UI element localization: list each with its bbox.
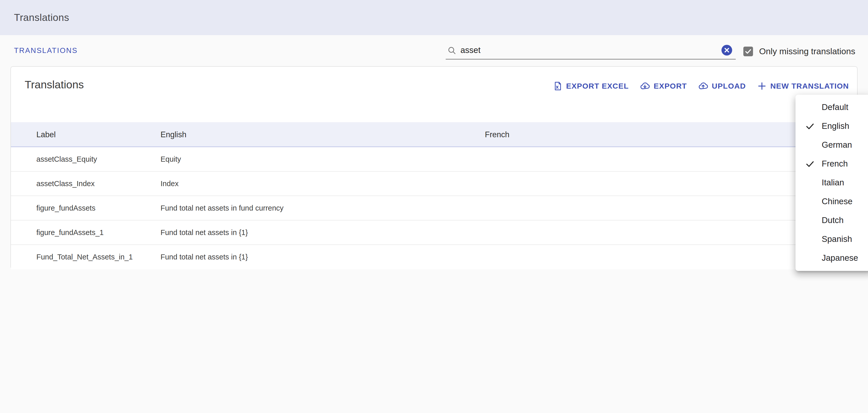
menu-item-dutch[interactable]: Dutch: [796, 211, 868, 230]
cell-english: Fund total net assets in fund currency: [160, 196, 284, 220]
menu-item-italian[interactable]: Italian: [796, 173, 868, 192]
page-title: Translations: [14, 12, 69, 23]
excel-file-icon: [553, 82, 562, 91]
table-row[interactable]: figure_fundAssets Fund total net assets …: [11, 196, 857, 220]
menu-item-spanish[interactable]: Spanish: [796, 230, 868, 248]
table-row[interactable]: Fund_Total_Net_Assets_in_1 Fund total ne…: [11, 245, 857, 269]
clear-search-button[interactable]: [721, 45, 732, 56]
export-button[interactable]: EXPORT: [640, 81, 687, 91]
menu-item-japanese[interactable]: Japanese: [796, 248, 868, 267]
table-row[interactable]: figure_fundAssets_1 Fund total net asset…: [11, 220, 857, 245]
menu-item-french[interactable]: French: [796, 154, 868, 173]
language-menu: Default English German French Italian: [796, 95, 868, 271]
cell-english: Equity: [160, 147, 181, 171]
cloud-download-icon: [640, 81, 650, 91]
x-circle-icon: [724, 47, 730, 53]
only-missing-label[interactable]: Only missing translations: [759, 46, 855, 56]
search-box: [446, 42, 736, 60]
cell-english: Fund total net assets in {1}: [160, 220, 248, 244]
upload-button[interactable]: UPLOAD: [698, 81, 746, 91]
page: Translations TRANSLATIONS: [0, 0, 868, 413]
cell-label: assetClass_Index: [36, 172, 95, 196]
table-header: Label English French: [11, 122, 857, 147]
menu-item-default[interactable]: Default: [796, 98, 868, 117]
menu-item-german[interactable]: German: [796, 136, 868, 154]
card-actions: EXPORT EXCEL EXPORT: [553, 81, 849, 91]
app-bar: Translations: [0, 0, 868, 35]
check-icon: [805, 159, 815, 169]
column-header-french: French: [485, 122, 509, 147]
cloud-upload-icon: [698, 81, 708, 91]
search-input[interactable]: [461, 44, 700, 57]
new-translation-button[interactable]: NEW TRANSLATION: [757, 81, 849, 91]
menu-item-chinese[interactable]: Chinese: [796, 192, 868, 211]
menu-item-english[interactable]: English: [796, 117, 868, 136]
translations-card: Translations EXPORT EXCEL: [10, 66, 858, 269]
column-header-label: Label: [36, 122, 56, 147]
column-header-english: English: [160, 122, 186, 147]
cell-label: figure_fundAssets_1: [36, 220, 103, 244]
cell-label: Fund_Total_Net_Assets_in_1: [36, 245, 133, 269]
search-icon: [447, 46, 457, 56]
cell-label: assetClass_Equity: [36, 147, 97, 171]
check-icon: [805, 121, 815, 131]
checkmark-icon: [744, 48, 752, 55]
cell-label: figure_fundAssets: [36, 196, 95, 220]
cell-english: Fund total net assets in {1}: [160, 245, 248, 269]
table-row[interactable]: assetClass_Equity Equity: [11, 147, 857, 172]
only-missing-checkbox[interactable]: [743, 47, 753, 56]
table-row[interactable]: assetClass_Index Index: [11, 172, 857, 196]
plus-icon: [757, 81, 767, 91]
export-excel-button[interactable]: EXPORT EXCEL: [553, 82, 629, 91]
cell-english: Index: [160, 172, 179, 196]
card-title: Translations: [25, 79, 84, 91]
breadcrumb[interactable]: TRANSLATIONS: [14, 46, 78, 55]
